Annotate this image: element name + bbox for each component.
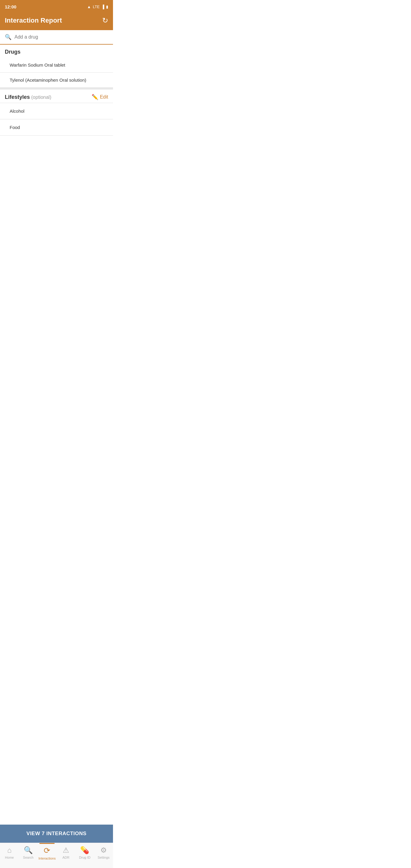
main-content-area: [0, 135, 113, 286]
lifestyles-title: Lifestyles: [5, 94, 30, 100]
wifi-icon: ▲: [87, 4, 91, 9]
drugs-section-header: Drugs: [0, 44, 113, 58]
drug-item-warfarin[interactable]: Warfarin Sodium Oral tablet: [0, 58, 113, 73]
page-title: Interaction Report: [5, 17, 62, 24]
lifestyles-title-group: Lifestyles (optional): [5, 94, 51, 100]
lte-label: LTE: [93, 4, 100, 9]
refresh-button[interactable]: ↻: [102, 16, 108, 25]
edit-button[interactable]: ✏️ Edit: [92, 94, 108, 100]
lifestyle-item-food[interactable]: Food: [0, 119, 113, 135]
lifestyle-item-alcohol[interactable]: Alcohol: [0, 103, 113, 119]
status-time: 12:00: [5, 4, 16, 9]
battery-icon: ▮: [106, 4, 108, 9]
drugs-title: Drugs: [5, 49, 21, 55]
search-icon: 🔍: [5, 34, 11, 40]
search-bar: 🔍: [0, 30, 113, 44]
header: Interaction Report ↻: [0, 13, 113, 30]
edit-label: Edit: [100, 94, 108, 100]
signal-icon: ▐: [101, 4, 104, 9]
lifestyles-section-header: Lifestyles (optional) ✏️ Edit: [0, 90, 113, 103]
status-bar: 12:00 ▲ LTE ▐ ▮: [0, 0, 113, 13]
edit-icon: ✏️: [92, 94, 98, 100]
drug-item-tylenol[interactable]: Tylenol (Acetaminophen Oral solution): [0, 73, 113, 88]
lifestyles-optional: (optional): [31, 95, 52, 100]
add-drug-input[interactable]: [14, 34, 108, 40]
status-icons: ▲ LTE ▐ ▮: [87, 4, 108, 9]
